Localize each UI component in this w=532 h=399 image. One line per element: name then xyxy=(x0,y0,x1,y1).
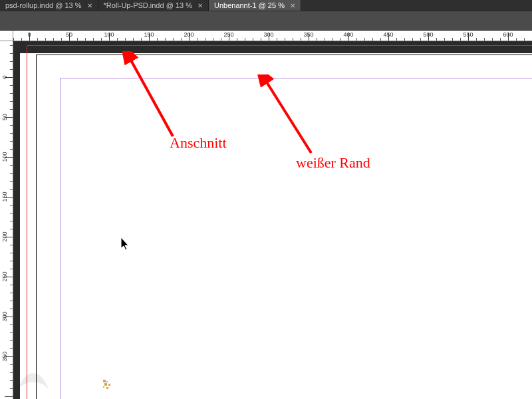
ruler-label: 0 xyxy=(1,75,8,78)
ruler-label: 350 xyxy=(303,31,313,38)
document-tab[interactable]: psd-rollup.indd @ 13 % ✕ xyxy=(0,0,98,11)
ruler-label: 600 xyxy=(503,31,513,38)
vertical-ruler[interactable]: 050100150200250300350 xyxy=(0,41,13,399)
close-icon[interactable]: ✕ xyxy=(87,2,92,9)
close-icon[interactable]: ✕ xyxy=(198,2,203,9)
ruler-label: 50 xyxy=(66,31,72,38)
tab-label: psd-rollup.indd @ 13 % xyxy=(5,1,82,9)
canvas[interactable]: Anschnitt weißer Rand xyxy=(13,41,532,399)
svg-rect-6 xyxy=(103,386,104,388)
ruler-label: 450 xyxy=(383,31,393,38)
tab-label: Unbenannt-1 @ 25 % xyxy=(214,1,285,9)
ruler-label: 100 xyxy=(1,152,8,162)
ruler-label: 250 xyxy=(1,271,8,281)
tab-label: *Roll-Up-PSD.indd @ 13 % xyxy=(104,1,192,9)
svg-rect-3 xyxy=(106,381,108,382)
annotation-bleed-label: Anschnitt xyxy=(170,134,227,152)
ruler-label: 200 xyxy=(184,31,194,38)
ruler-label: 50 xyxy=(1,114,8,120)
margin-box xyxy=(60,78,532,399)
ruler-label: 250 xyxy=(223,31,233,38)
horizontal-ruler[interactable]: 050100150200250300350400450500550600 xyxy=(13,31,532,41)
document-tab[interactable]: Unbenannt-1 @ 25 % ✕ xyxy=(209,0,301,11)
svg-rect-4 xyxy=(104,383,107,386)
close-icon[interactable]: ✕ xyxy=(290,2,295,9)
annotation-margin-label: weißer Rand xyxy=(296,154,370,172)
svg-rect-2 xyxy=(103,380,106,382)
ruler-label: 300 xyxy=(1,311,8,321)
ruler-label: 500 xyxy=(423,31,433,38)
ruler-label: 100 xyxy=(104,31,114,38)
watermark-icon xyxy=(13,359,53,399)
ruler-label: 350 xyxy=(1,351,8,361)
page-indicator-icon xyxy=(103,380,112,389)
document-tab-bar: psd-rollup.indd @ 13 % ✕ *Roll-Up-PSD.in… xyxy=(0,0,532,11)
document-tab[interactable]: *Roll-Up-PSD.indd @ 13 % ✕ xyxy=(98,0,209,11)
svg-rect-5 xyxy=(108,384,110,386)
ruler-label: 150 xyxy=(1,192,8,201)
ruler-label: 150 xyxy=(144,31,154,38)
ruler-label: 0 xyxy=(27,31,31,38)
svg-rect-7 xyxy=(106,387,108,389)
ruler-label: 550 xyxy=(463,31,473,38)
ruler-label: 200 xyxy=(1,231,8,241)
workspace: 050100150200250300350400450500550600 050… xyxy=(0,31,532,399)
ruler-label: 400 xyxy=(343,31,353,38)
control-panel xyxy=(0,11,532,31)
ruler-label: 300 xyxy=(263,31,273,38)
ruler-origin[interactable] xyxy=(0,31,13,41)
